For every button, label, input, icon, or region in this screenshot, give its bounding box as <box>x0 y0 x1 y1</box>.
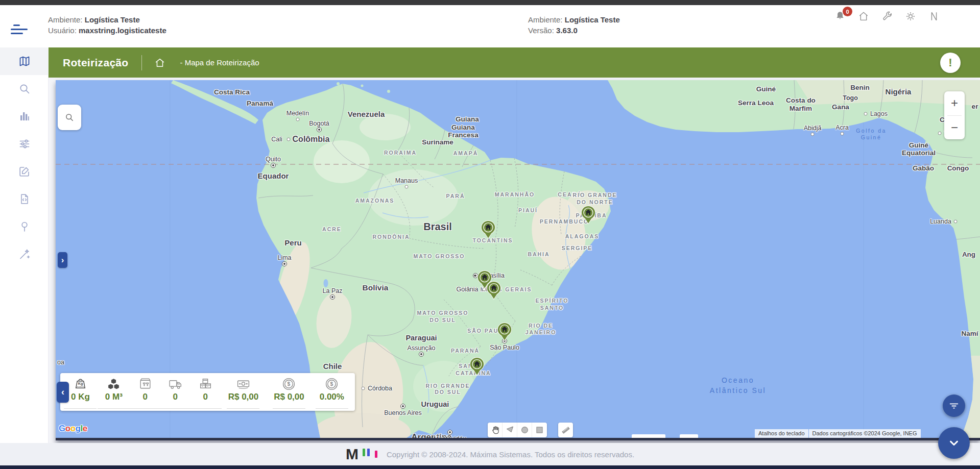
city-label: Bogotá <box>309 120 329 127</box>
capital-dot <box>271 163 276 168</box>
country-label: Equador <box>258 171 289 180</box>
country-label: Chile <box>323 362 342 371</box>
ambiente-label: Ambiente: <box>48 15 83 24</box>
city-dot <box>864 112 868 116</box>
measure-tool-button[interactable] <box>558 423 573 437</box>
stat-item: 0 M³ <box>104 376 124 411</box>
state-label: MATO GROSSO <box>414 253 465 259</box>
stat-item: R$ 0,00 <box>227 376 260 411</box>
stat-item: 0 <box>167 376 184 411</box>
google-logo: Google <box>59 424 87 434</box>
zoom-in-button[interactable]: + <box>944 91 965 115</box>
sidebar-item-file-code[interactable] <box>0 185 49 213</box>
depot-marker[interactable] <box>481 220 496 239</box>
toolbar-divider <box>141 55 142 70</box>
exit-icon[interactable] <box>928 10 940 22</box>
map-icon <box>18 55 31 67</box>
versao-value: 3.63.0 <box>556 26 578 35</box>
sidebar-item-map[interactable] <box>0 47 49 75</box>
home-icon[interactable] <box>857 10 870 22</box>
bell-icon[interactable]: 0 <box>834 10 846 22</box>
filter-fab[interactable] <box>943 394 965 417</box>
country-label: Venezuela <box>348 110 385 118</box>
clipped-control <box>680 434 698 438</box>
magic-wand-icon <box>18 248 31 260</box>
country-label: Namí <box>961 330 978 337</box>
polygon-tool-button[interactable] <box>503 423 517 437</box>
volume-icon <box>106 376 121 391</box>
country-label: er <box>972 103 978 110</box>
state-label: DO NORTE <box>577 199 613 205</box>
gear-icon[interactable] <box>904 10 917 22</box>
ambiente-label-2: Ambiente: <box>528 15 563 24</box>
state-label: AMAZONAS <box>355 198 395 204</box>
country-label: Costa do <box>786 96 816 104</box>
city-label: Acra <box>835 124 849 131</box>
truck-icon <box>168 376 183 391</box>
city-dot <box>405 185 409 189</box>
stat-value: 0.00% <box>320 392 344 402</box>
depot-marker[interactable] <box>581 205 596 225</box>
circle-tool-button[interactable] <box>517 423 532 437</box>
country-label: Equatorial <box>902 149 936 157</box>
weight-icon: Kg <box>73 376 88 391</box>
depot-marker[interactable] <box>486 281 501 300</box>
sidebar-item-filters[interactable] <box>0 130 49 158</box>
country-label: Guiana <box>451 124 475 131</box>
ambiente-value-2: Logística Teste <box>565 15 620 24</box>
state-label: MATO GROSSO <box>417 310 469 316</box>
city-label: La Paz <box>323 287 343 294</box>
totals-collapse-button[interactable]: ‹ <box>57 382 69 403</box>
app-window: Ambiente: Logística Teste Usuário: maxst… <box>0 0 980 469</box>
water-label: Guiné <box>861 134 882 140</box>
hand-tool-button[interactable] <box>488 423 503 437</box>
country-label: Guiné <box>756 85 776 93</box>
depot-marker[interactable] <box>469 357 485 376</box>
country-label: Ang <box>962 251 975 258</box>
alert-button[interactable]: ! <box>940 53 961 73</box>
notification-badge: 0 <box>843 7 852 16</box>
country-label: Marfim <box>790 105 812 112</box>
country-label: Benin <box>850 84 870 91</box>
country-label: Serra Leoa <box>738 99 774 107</box>
stat-item: 0 <box>137 376 154 411</box>
percent-coin-icon: $ <box>324 376 339 391</box>
country-label: Guiana <box>456 115 479 123</box>
city-label: Medelín <box>286 110 309 117</box>
country-label: Francesa <box>448 131 478 139</box>
map-search-button[interactable] <box>58 105 81 130</box>
collapse-map-fab[interactable] <box>938 427 970 459</box>
city-dot <box>286 138 290 141</box>
city-label: Montevidéu <box>434 435 467 440</box>
map-zoom-control: + − <box>944 91 965 139</box>
stat-value: 0 <box>203 392 207 402</box>
maxima-logo: M <box>346 447 357 462</box>
water-label: Atlântico Sul <box>710 386 766 394</box>
breadcrumb-home-icon[interactable] <box>154 57 165 68</box>
sidebar-item-reports[interactable] <box>0 103 49 130</box>
country-label: Peru <box>284 238 301 247</box>
menu-hamburger-icon[interactable] <box>11 23 29 36</box>
wrench-icon[interactable] <box>881 10 893 22</box>
country-label: Colômbia <box>293 135 330 144</box>
sliders-icon <box>18 138 31 150</box>
country-label: Congo <box>947 164 969 172</box>
country-label: Brasil <box>423 221 452 233</box>
stat-value: 0 <box>143 392 148 402</box>
depot-marker[interactable] <box>497 322 512 341</box>
rectangle-tool-button[interactable] <box>532 423 547 437</box>
zoom-out-button[interactable]: − <box>944 116 965 140</box>
clipped-control <box>632 434 665 438</box>
keyboard-shortcuts-link[interactable]: Atalhos do teclado <box>755 429 808 438</box>
capital-dot <box>400 404 405 409</box>
copyright-text: Copyright © 2008-2024. Máxima Sistemas. … <box>387 450 634 459</box>
sidebar-item-search[interactable] <box>0 75 49 103</box>
sidebar-item-edit[interactable] <box>0 158 49 185</box>
city-dot <box>938 132 941 135</box>
sidebar-item-wizard[interactable] <box>0 240 49 268</box>
country-label: Costa Rica <box>214 88 250 96</box>
state-label: SANTO <box>540 305 564 311</box>
panel-expand-button[interactable]: › <box>58 252 67 268</box>
state-label: RIO DE <box>529 323 553 329</box>
sidebar-item-pin[interactable] <box>0 213 49 240</box>
